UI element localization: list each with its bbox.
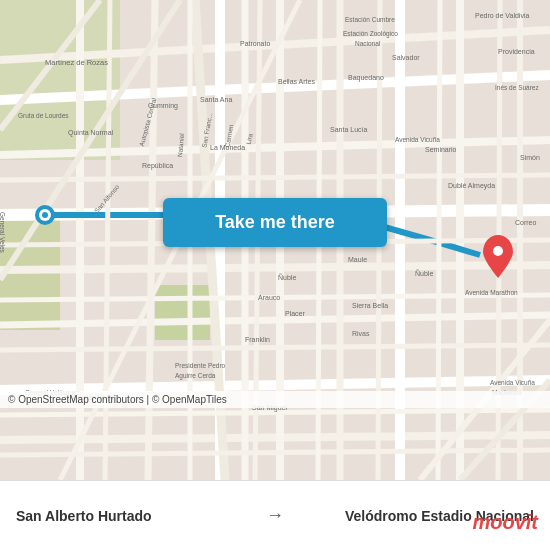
copyright-text: © OpenStreetMap contributors | © OpenMap… <box>8 394 227 405</box>
arrow-icon: → <box>266 505 284 526</box>
svg-text:Franklin: Franklin <box>245 336 270 343</box>
svg-text:Santa Lucía: Santa Lucía <box>330 126 367 133</box>
take-me-there-button[interactable]: Take me there <box>163 198 387 247</box>
svg-text:Seminario: Seminario <box>425 146 457 153</box>
svg-text:Presidente Pedro: Presidente Pedro <box>175 362 226 369</box>
moovit-logo: moovit <box>472 511 538 534</box>
map-container: Martínez de Rozas Patronato Estación Cum… <box>0 0 550 480</box>
svg-text:Santa Ana: Santa Ana <box>200 96 232 103</box>
svg-text:Pedro de Valdivia: Pedro de Valdivia <box>475 12 529 19</box>
svg-text:Martínez de Rozas: Martínez de Rozas <box>45 58 108 67</box>
svg-text:Avenida Vicuña: Avenida Vicuña <box>395 136 440 143</box>
svg-text:Aguirre Cerda: Aguirre Cerda <box>175 372 216 380</box>
svg-rect-1 <box>0 0 120 160</box>
svg-text:General Veles: General Veles <box>0 212 6 254</box>
origin-label: San Alberto Hurtado <box>16 508 256 524</box>
svg-text:Simón: Simón <box>520 154 540 161</box>
svg-text:Arauco: Arauco <box>258 294 280 301</box>
svg-text:Ñuble: Ñuble <box>415 269 433 277</box>
svg-text:República: República <box>142 162 173 170</box>
copyright-bar: © OpenStreetMap contributors | © OpenMap… <box>0 391 550 408</box>
svg-text:Dublé Almeyda: Dublé Almeyda <box>448 182 495 190</box>
svg-text:Ñuble: Ñuble <box>278 273 296 281</box>
svg-text:Nacional: Nacional <box>355 40 381 47</box>
svg-text:Estación Zoológico: Estación Zoológico <box>343 30 398 38</box>
svg-text:Inés de Suárez: Inés de Suárez <box>495 84 539 91</box>
svg-text:Salvador: Salvador <box>392 54 420 61</box>
svg-text:Gruta de Lourdes: Gruta de Lourdes <box>18 112 69 119</box>
svg-text:Rivas: Rivas <box>352 330 370 337</box>
svg-text:Baquedano: Baquedano <box>348 74 384 82</box>
svg-line-31 <box>438 0 440 480</box>
svg-text:Quinta Normal: Quinta Normal <box>68 129 114 137</box>
svg-text:Patronato: Patronato <box>240 40 270 47</box>
svg-text:Estación Cumbre: Estación Cumbre <box>345 16 395 23</box>
bottom-bar: San Alberto Hurtado → Velódromo Estadio … <box>0 480 550 550</box>
svg-text:Correo: Correo <box>515 219 537 226</box>
svg-text:Avenida Vicuña: Avenida Vicuña <box>490 379 535 386</box>
svg-point-82 <box>493 246 503 256</box>
svg-text:Avenida Marathon: Avenida Marathon <box>465 289 518 296</box>
svg-text:Maule: Maule <box>348 256 367 263</box>
app: Martínez de Rozas Patronato Estación Cum… <box>0 0 550 550</box>
svg-rect-2 <box>155 285 210 340</box>
svg-text:Placer: Placer <box>285 310 306 317</box>
svg-text:Bellas Artes: Bellas Artes <box>278 78 315 85</box>
svg-text:Sierra Bella: Sierra Bella <box>352 302 388 309</box>
svg-point-81 <box>42 212 48 218</box>
svg-text:Providencia: Providencia <box>498 48 535 55</box>
